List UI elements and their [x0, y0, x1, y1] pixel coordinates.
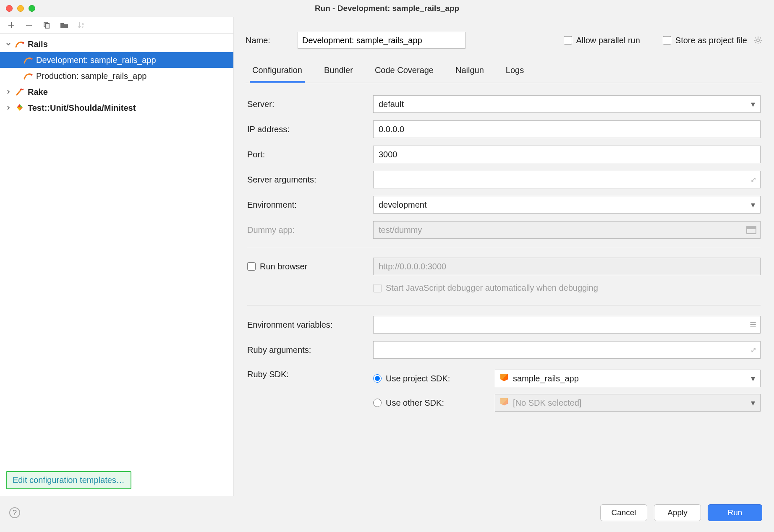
caret-down-icon: ▾ [751, 99, 755, 109]
tree-label: Rake [28, 87, 48, 97]
environment-select[interactable]: development ▾ [373, 196, 761, 214]
sort-alphabetically-icon[interactable]: az [77, 21, 86, 30]
server-args-input[interactable] [373, 171, 761, 188]
project-sdk-select[interactable]: sample_rails_app ▾ [495, 370, 761, 387]
chevron-right-icon [6, 89, 14, 94]
store-as-project-file-input[interactable] [663, 36, 671, 44]
run-browser-label: Run browser [260, 262, 307, 271]
run-browser-input[interactable] [247, 262, 256, 271]
run-browser-url-input [373, 258, 761, 275]
tree-label: Production: sample_rails_app [36, 71, 147, 81]
caret-down-icon: ▾ [751, 398, 755, 408]
edit-configuration-templates-link[interactable]: Edit configuration templates… [6, 471, 131, 489]
caret-down-icon: ▾ [751, 373, 755, 383]
ruby-args-input[interactable] [373, 341, 761, 359]
sidebar-toolbar: az [0, 17, 233, 34]
rake-icon [15, 87, 24, 96]
name-input[interactable] [298, 32, 465, 49]
tree-label: Development: sample_rails_app [36, 55, 156, 65]
svg-point-6 [31, 74, 32, 76]
svg-point-5 [31, 58, 32, 60]
header-row: Name: Allow parallel run Store as projec… [246, 17, 762, 60]
store-as-project-file-label: Store as project file [675, 36, 747, 45]
content: az Rails Development: s [0, 17, 774, 496]
use-other-sdk-label: Use other SDK: [386, 398, 444, 408]
sidebar: az Rails Development: s [0, 17, 234, 496]
store-as-project-file-checkbox[interactable]: Store as project file [663, 36, 762, 45]
svg-point-7 [757, 39, 760, 42]
footer: ? Cancel Apply Run [0, 496, 774, 532]
divider [247, 247, 761, 247]
configuration-form: Server: default ▾ IP address: P [246, 83, 762, 496]
server-label: Server: [247, 99, 373, 109]
tree-node-rake[interactable]: Rake [0, 84, 233, 100]
apply-button[interactable]: Apply [654, 504, 701, 521]
ip-input[interactable] [373, 120, 761, 138]
server-value: default [379, 99, 404, 109]
tree-label: Rails [28, 39, 48, 49]
main-panel: Name: Allow parallel run Store as projec… [234, 17, 774, 496]
run-config-dialog: Run - Development: sample_rails_app az [0, 0, 774, 532]
run-button[interactable]: Run [708, 504, 762, 521]
remove-icon[interactable] [24, 21, 34, 30]
environment-value: development [379, 200, 427, 210]
environment-label: Environment: [247, 200, 373, 210]
dummy-app-label: Dummy app: [247, 225, 373, 235]
js-debugger-input [373, 284, 382, 292]
save-configuration-icon[interactable] [60, 21, 69, 30]
use-project-sdk-input[interactable] [373, 374, 382, 383]
copy-icon[interactable] [42, 21, 51, 30]
titlebar: Run - Development: sample_rails_app [0, 0, 774, 17]
port-input[interactable] [373, 146, 761, 163]
use-other-sdk-radio[interactable]: Use other SDK: [373, 396, 486, 410]
caret-down-icon: ▾ [751, 200, 755, 210]
use-other-sdk-input[interactable] [373, 399, 382, 407]
tab-nailgun[interactable]: Nailgun [453, 60, 486, 83]
configurations-tree: Rails Development: sample_rails_app Prod… [0, 34, 233, 466]
run-browser-checkbox[interactable]: Run browser [247, 262, 373, 271]
add-icon[interactable] [7, 21, 16, 30]
rails-icon [24, 55, 33, 65]
tree-node-rails-production[interactable]: Production: sample_rails_app [0, 68, 233, 84]
ip-label: IP address: [247, 125, 373, 134]
js-debugger-checkbox: Start JavaScript debugger automatically … [373, 283, 761, 293]
tab-logs[interactable]: Logs [503, 60, 526, 83]
name-label: Name: [246, 36, 288, 45]
rails-icon [15, 39, 24, 49]
server-args-label: Server arguments: [247, 175, 373, 185]
js-debugger-label: Start JavaScript debugger automatically … [386, 283, 598, 293]
env-vars-label: Environment variables: [247, 320, 373, 330]
ruby-sdk-icon [500, 374, 508, 381]
test-icon [15, 103, 24, 112]
port-label: Port: [247, 150, 373, 159]
allow-parallel-run-input[interactable] [564, 36, 572, 44]
other-sdk-value: [No SDK selected] [513, 398, 581, 407]
window-title: Run - Development: sample_rails_app [0, 4, 774, 13]
tab-code-coverage[interactable]: Code Coverage [372, 60, 436, 83]
chevron-right-icon [6, 105, 14, 110]
cancel-button[interactable]: Cancel [600, 504, 647, 521]
tree-node-rails[interactable]: Rails [0, 36, 233, 52]
allow-parallel-run-checkbox[interactable]: Allow parallel run [564, 36, 640, 45]
divider [247, 305, 761, 305]
chevron-down-icon [6, 42, 14, 47]
tab-configuration[interactable]: Configuration [250, 60, 305, 83]
env-vars-input[interactable] [373, 316, 761, 334]
use-project-sdk-radio[interactable]: Use project SDK: [373, 371, 486, 386]
tab-bundler[interactable]: Bundler [322, 60, 356, 83]
use-project-sdk-label: Use project SDK: [386, 374, 450, 383]
svg-rect-1 [45, 23, 49, 28]
project-sdk-value: sample_rails_app [513, 374, 579, 383]
allow-parallel-label: Allow parallel run [576, 36, 640, 45]
server-select[interactable]: default ▾ [373, 95, 761, 113]
other-sdk-select: [No SDK selected] ▾ [495, 394, 761, 412]
tree-node-rails-development[interactable]: Development: sample_rails_app [0, 52, 233, 68]
svg-point-4 [22, 42, 24, 44]
tree-node-testunit[interactable]: Test::Unit/Shoulda/Minitest [0, 100, 233, 116]
gear-icon[interactable] [754, 36, 762, 44]
tab-bar: Configuration Bundler Code Coverage Nail… [246, 60, 762, 83]
ruby-sdk-icon [500, 398, 508, 406]
svg-text:z: z [82, 25, 84, 29]
rails-icon [24, 71, 33, 81]
help-icon[interactable]: ? [9, 507, 20, 518]
